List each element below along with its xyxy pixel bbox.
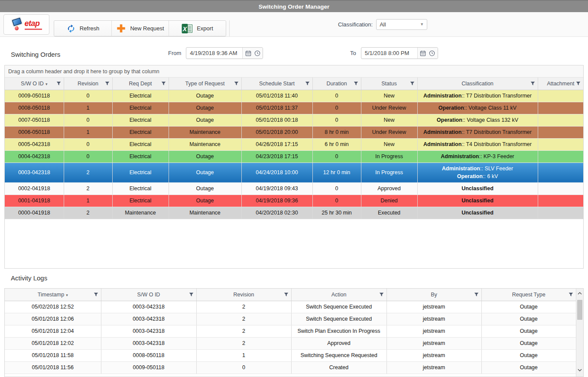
orders-column-header[interactable]: Req Dept xyxy=(112,78,169,90)
filter-icon[interactable] xyxy=(576,81,581,86)
to-date-group: To 5/1/2018 8:00 PM xyxy=(350,47,438,59)
cell-duration: 12 hr 0 min xyxy=(312,162,361,182)
classification-select[interactable]: All ▼ xyxy=(376,19,427,30)
filter-icon[interactable] xyxy=(94,292,98,297)
orders-row[interactable]: 0005-0423180ElectricalMaintenance04/26/2… xyxy=(5,138,583,150)
cell-schedule-start: 05/01/2018 20:00 xyxy=(241,126,312,138)
etap-wordmark: etap xyxy=(25,19,42,28)
activity-column-header[interactable]: Action xyxy=(291,289,387,301)
plus-icon xyxy=(116,23,126,33)
activity-table: Timestamp▾S/W O IDRevisionActionByReques… xyxy=(5,289,576,374)
cell-status: In Progress xyxy=(361,150,417,162)
cell-swo-id: 0002-041918 xyxy=(5,182,64,195)
activity-row[interactable]: 05/01/2018 12:020003-0423182Approvedjets… xyxy=(5,337,576,349)
cell-schedule-start: 04/23/2018 17:15 xyxy=(241,150,312,162)
to-date-input[interactable]: 5/1/2018 8:00 PM xyxy=(361,48,418,58)
cell-classification: Operation:: Voltage Class 132 kV xyxy=(417,114,538,126)
cell-duration: 8 hr 0 min xyxy=(312,126,361,138)
orders-column-header[interactable]: Status xyxy=(361,78,417,90)
cell-swo-id: 0004-042318 xyxy=(5,150,64,162)
cell-revision: 2 xyxy=(196,337,291,349)
calendar-icon[interactable] xyxy=(245,50,251,56)
filter-icon[interactable] xyxy=(379,292,384,297)
filter-icon[interactable] xyxy=(189,292,194,297)
cell-type-of-request: Maintenance xyxy=(169,126,241,138)
activity-row[interactable]: 05/01/2018 11:580008-0501181Switching Se… xyxy=(5,349,576,361)
column-label: Revision xyxy=(78,81,98,87)
column-label: S/W O ID xyxy=(21,81,44,87)
cell-revision: 0 xyxy=(64,150,112,162)
cell-duration: 0 xyxy=(312,114,361,126)
column-label: Schedule Start xyxy=(259,81,295,87)
clock-icon[interactable] xyxy=(429,50,435,56)
clock-icon[interactable] xyxy=(254,50,260,56)
cell-timestamp: 05/01/2018 12:04 xyxy=(5,325,101,337)
filter-icon[interactable] xyxy=(284,292,289,297)
etap-logo-button[interactable]: etap xyxy=(3,14,49,35)
orders-column-header[interactable]: Schedule Start xyxy=(241,78,312,90)
activity-column-header[interactable]: Revision xyxy=(196,289,291,301)
scrollbar-thumb[interactable] xyxy=(577,300,582,320)
activity-row[interactable]: 05/01/2018 11:560009-0501180Createdjetst… xyxy=(5,361,576,374)
cell-revision: 0 xyxy=(64,114,112,126)
cell-swo-id: 0007-050118 xyxy=(5,114,64,126)
orders-row[interactable]: 0000-0419182MaintenanceMaintenance04/20/… xyxy=(5,207,583,219)
cell-status: In Progress xyxy=(361,162,417,182)
scroll-down-button[interactable] xyxy=(576,366,583,374)
filter-icon[interactable] xyxy=(56,81,61,86)
cell-duration: 0 xyxy=(312,90,361,102)
orders-row[interactable]: 0002-0419182ElectricalOutage04/19/2018 0… xyxy=(5,182,583,195)
from-date-pickers[interactable] xyxy=(243,48,263,58)
activity-column-header[interactable]: S/W O ID xyxy=(101,289,196,301)
cell-by: jetstream xyxy=(387,361,481,374)
window-titlebar: Switching Order Manager xyxy=(0,0,588,12)
cell-revision: 1 xyxy=(64,195,112,207)
cell-schedule-start: 04/19/2018 09:43 xyxy=(241,182,312,195)
orders-column-header[interactable]: Duration xyxy=(312,78,361,90)
cell-type-of-request: Outage xyxy=(169,162,241,182)
cell-schedule-start: 04/24/2018 10:00 xyxy=(241,162,312,182)
orders-row[interactable]: 0004-0423180ElectricalOutage04/23/2018 1… xyxy=(5,150,583,162)
orders-column-header[interactable]: Attachment xyxy=(538,78,583,90)
activity-row[interactable]: 05/01/2018 12:060003-0423182Switch Seque… xyxy=(5,313,576,325)
orders-row[interactable]: 0001-0419181ElectricalOutage04/19/2018 0… xyxy=(5,195,583,207)
new-request-button[interactable]: New Request xyxy=(111,21,169,36)
filter-icon[interactable] xyxy=(474,292,479,297)
filter-icon[interactable] xyxy=(354,81,358,86)
orders-row[interactable]: 0007-0501180ElectricalOutage05/01/2018 0… xyxy=(5,114,583,126)
cell-status: Under Review xyxy=(361,126,417,138)
orders-row[interactable]: 0009-0501180ElectricalOutage05/01/2018 1… xyxy=(5,90,583,102)
orders-column-header[interactable]: Type of Request xyxy=(169,78,241,90)
cell-revision: 2 xyxy=(196,301,291,313)
activity-column-header[interactable]: Request Type xyxy=(481,289,576,301)
filter-icon[interactable] xyxy=(410,81,415,86)
orders-row-selected[interactable]: 0003-0423182ElectricalOutage04/24/2018 1… xyxy=(5,162,583,182)
activity-row[interactable]: 05/02/2018 12:520003-0423182Switch Seque… xyxy=(5,301,576,313)
etap-tagline xyxy=(25,29,42,30)
from-date-input[interactable]: 4/19/2018 9:36 AM xyxy=(186,48,243,58)
refresh-button[interactable]: Refresh xyxy=(54,21,111,36)
scroll-up-button[interactable] xyxy=(576,289,583,297)
activity-column-header[interactable]: By xyxy=(387,289,481,301)
export-button[interactable]: X Export xyxy=(169,21,226,36)
cell-swo-id: 0003-042318 xyxy=(101,313,196,325)
orders-row[interactable]: 0006-0501181ElectricalMaintenance05/01/2… xyxy=(5,126,583,138)
cell-type-of-request: Outage xyxy=(169,182,241,195)
filter-icon[interactable] xyxy=(234,81,239,86)
orders-column-header[interactable]: Classification xyxy=(417,78,538,90)
to-date-pickers[interactable] xyxy=(418,48,438,58)
orders-column-header[interactable]: S/W O ID▾ xyxy=(5,78,64,90)
calendar-icon[interactable] xyxy=(420,50,426,56)
filter-icon[interactable] xyxy=(105,81,110,86)
vertical-scrollbar[interactable] xyxy=(576,289,583,377)
activity-column-header[interactable]: Timestamp▾ xyxy=(5,289,101,301)
filter-icon[interactable] xyxy=(305,81,310,86)
filter-icon[interactable] xyxy=(161,81,166,86)
orders-column-header[interactable]: Revision xyxy=(64,78,112,90)
orders-row[interactable]: 0008-0501181ElectricalOutage05/01/2018 1… xyxy=(5,102,583,114)
group-by-band[interactable]: Drag a column header and drop it here to… xyxy=(5,65,583,78)
filter-icon[interactable] xyxy=(530,81,535,86)
activity-row[interactable]: 05/01/2018 12:040003-0423182Switch Plan … xyxy=(5,325,576,337)
filter-icon[interactable] xyxy=(569,292,573,297)
cell-revision: 2 xyxy=(64,182,112,195)
